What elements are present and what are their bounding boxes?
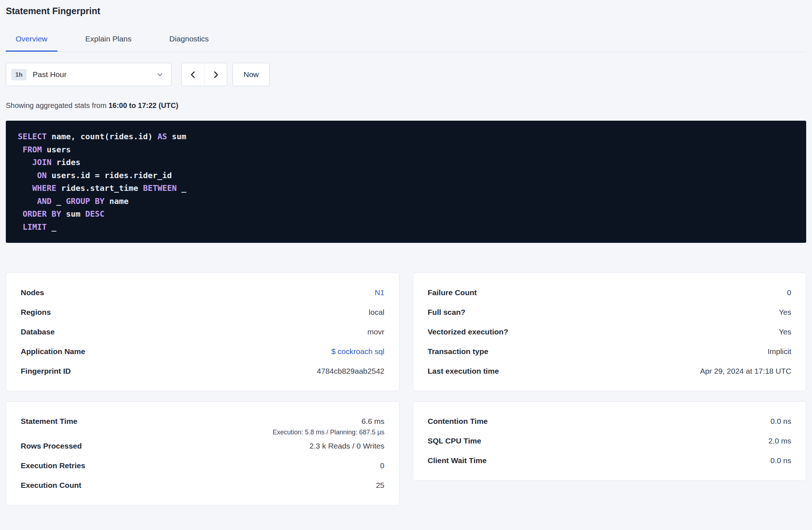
stat-row: Contention Time0.0 ns xyxy=(428,411,792,431)
interval-badge: 1h xyxy=(11,69,27,80)
sql-statement-block: SELECT name, count(rides.id) AS sum FROM… xyxy=(6,121,806,243)
stat-value-group: 25 xyxy=(376,481,384,490)
stat-label: Statement Time xyxy=(21,417,77,426)
stat-label: Nodes xyxy=(21,288,44,297)
time-range-label: Past Hour xyxy=(33,70,157,79)
stat-value-group: Apr 29, 2024 at 17:18 UTC xyxy=(700,366,791,376)
stat-value: 0.0 ns xyxy=(771,417,791,426)
stat-row: Execution Retries0 xyxy=(21,456,385,475)
stat-row: NodesN1 xyxy=(21,283,385,302)
stat-value-group: 0 xyxy=(787,288,791,297)
stat-label: Last execution time xyxy=(428,366,499,376)
stat-row: Last execution timeApr 29, 2024 at 17:18… xyxy=(428,361,792,381)
stat-value: 2.3 k Reads / 0 Writes xyxy=(309,441,384,451)
stat-value-group: Yes xyxy=(779,327,791,337)
overview-details-card: NodesN1RegionslocalDatabasemovrApplicati… xyxy=(6,273,399,391)
stat-row: Client Wait Time0.0 ns xyxy=(428,451,792,470)
stat-label: Client Wait Time xyxy=(428,456,487,465)
stat-subvalue: Execution: 5.8 ms / Planning: 687.5 µs xyxy=(273,429,385,436)
stat-value-group: N1 xyxy=(375,288,385,297)
statement-timing-card: Statement Time6.6 msExecution: 5.8 ms / … xyxy=(6,401,399,505)
now-button[interactable]: Now xyxy=(233,63,270,86)
previous-interval-button[interactable] xyxy=(182,63,204,86)
tab-diagnostics[interactable]: Diagnostics xyxy=(160,35,219,52)
stat-value: 2.0 ms xyxy=(768,436,791,446)
stat-label: Execution Retries xyxy=(21,461,85,470)
stat-value: movr xyxy=(367,327,385,337)
stat-label: SQL CPU Time xyxy=(428,436,481,446)
stat-value-group: 6.6 msExecution: 5.8 ms / Planning: 687.… xyxy=(273,417,385,436)
aggregated-stats-summary: Showing aggregated stats from 16:00 to 1… xyxy=(6,101,806,110)
stat-value-group: 0 xyxy=(380,461,385,470)
stat-label: Fingerprint ID xyxy=(21,366,71,376)
stat-row: Regionslocal xyxy=(21,302,385,322)
stat-value-link[interactable]: $ cockroach sql xyxy=(331,347,385,356)
stat-label: Contention Time xyxy=(428,417,488,426)
stat-value: Implicit xyxy=(768,347,791,356)
sql-line: SELECT name, count(rides.id) AS sum xyxy=(18,130,794,143)
stat-value: 4784cb829aab2542 xyxy=(317,366,385,376)
stat-value-group: Yes xyxy=(779,308,791,317)
stat-value: local xyxy=(369,308,384,317)
tab-explain-plans[interactable]: Explain Plans xyxy=(76,35,141,52)
stat-row: Transaction typeImplicit xyxy=(428,342,792,361)
stat-value-link[interactable]: N1 xyxy=(375,288,385,297)
sql-line: FROM users xyxy=(18,143,794,156)
summary-cards: NodesN1RegionslocalDatabasemovrApplicati… xyxy=(6,273,806,505)
stats-summary-prefix: Showing aggregated stats from xyxy=(6,101,106,109)
stat-row: Statement Time6.6 msExecution: 5.8 ms / … xyxy=(21,411,385,436)
stat-label: Vectorized execution? xyxy=(428,327,508,337)
stats-summary-range: 16:00 to 17:22 (UTC) xyxy=(108,101,178,109)
stat-label: Database xyxy=(21,327,55,337)
stat-value-group: 0.0 ns xyxy=(771,417,791,426)
sql-line: JOIN rides xyxy=(18,156,794,169)
stat-label: Application Name xyxy=(21,347,85,356)
tab-bar: Overview Explain Plans Diagnostics xyxy=(6,35,806,52)
stat-value-group: $ cockroach sql xyxy=(331,347,385,356)
stat-row: Execution Count25 xyxy=(21,475,385,495)
stat-value: Yes xyxy=(779,327,791,337)
stat-value: 6.6 ms xyxy=(273,417,385,426)
stat-value-group: 0.0 ns xyxy=(771,456,791,465)
stat-row: Rows Processed2.3 k Reads / 0 Writes xyxy=(21,436,385,456)
stat-row: Vectorized execution?Yes xyxy=(428,322,792,342)
stat-label: Full scan? xyxy=(428,308,466,317)
chevron-right-icon xyxy=(212,71,220,79)
stat-row: Fingerprint ID4784cb829aab2542 xyxy=(21,361,385,381)
chevron-down-icon xyxy=(157,71,163,78)
stat-row: Failure Count0 xyxy=(428,283,792,302)
stat-label: Failure Count xyxy=(428,288,477,297)
tab-overview[interactable]: Overview xyxy=(6,35,57,52)
stat-value-group: 2.3 k Reads / 0 Writes xyxy=(309,441,384,451)
time-range-dropdown[interactable]: 1h Past Hour xyxy=(6,63,172,86)
sql-line: LIMIT _ xyxy=(18,221,794,234)
stat-row: Databasemovr xyxy=(21,322,385,342)
stat-value-group: 2.0 ms xyxy=(768,436,791,446)
stat-row: SQL CPU Time2.0 ms xyxy=(428,431,792,451)
time-pager xyxy=(181,63,227,86)
stat-value-group: movr xyxy=(367,327,385,337)
stat-label: Regions xyxy=(21,308,51,317)
chevron-left-icon xyxy=(189,71,197,79)
stat-value: 0 xyxy=(380,461,385,470)
stat-value-group: local xyxy=(369,308,384,317)
stat-label: Transaction type xyxy=(428,347,489,356)
stat-value: Apr 29, 2024 at 17:18 UTC xyxy=(700,366,791,376)
sql-line: ON users.id = rides.rider_id xyxy=(18,169,794,182)
wait-time-card: Contention Time0.0 nsSQL CPU Time2.0 msC… xyxy=(413,401,807,481)
sql-line: AND _ GROUP BY name xyxy=(18,195,794,208)
sql-line: WHERE rides.start_time BETWEEN _ xyxy=(18,182,794,195)
page: Statement Fingerprint Overview Explain P… xyxy=(0,6,812,505)
time-controls: 1h Past Hour Now xyxy=(6,63,806,86)
stat-label: Rows Processed xyxy=(21,441,82,451)
stat-row: Full scan?Yes xyxy=(428,302,792,322)
next-interval-button[interactable] xyxy=(204,63,227,86)
execution-attributes-card: Failure Count0Full scan?YesVectorized ex… xyxy=(413,273,807,391)
sql-line: ORDER BY sum DESC xyxy=(18,208,794,221)
page-title: Statement Fingerprint xyxy=(6,6,806,16)
stat-value: Yes xyxy=(779,308,791,317)
stat-value: 0.0 ns xyxy=(771,456,791,465)
stat-value: 0 xyxy=(787,288,791,297)
stat-label: Execution Count xyxy=(21,481,81,490)
stat-value-group: 4784cb829aab2542 xyxy=(317,366,385,376)
